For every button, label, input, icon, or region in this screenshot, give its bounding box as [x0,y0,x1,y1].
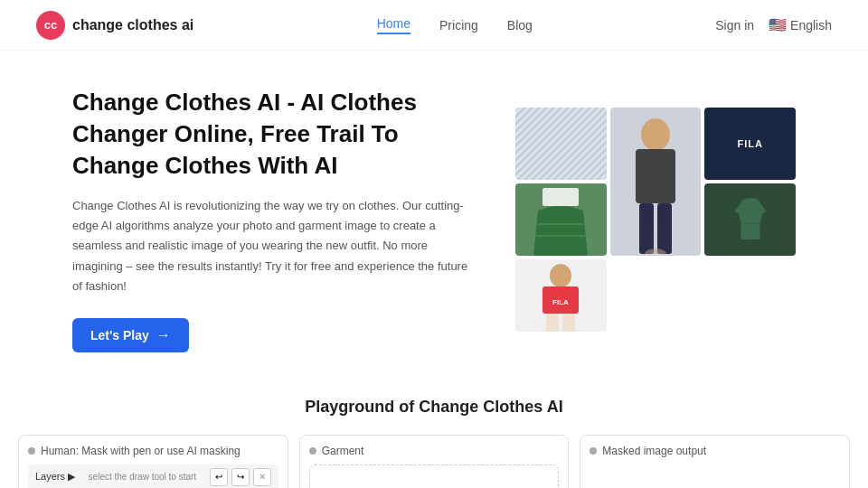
redo-button[interactable]: ↪ [231,468,250,486]
human-panel: Human: Mask with pen or use AI masking L… [18,435,288,488]
nav-right: Sign in 🇺🇸 English [715,16,832,33]
svg-rect-13 [562,314,575,332]
hero-images: FILA FILA [515,108,796,332]
hero-section: Change Clothes AI - AI Clothes Changer O… [0,51,868,380]
hero-text: Change Clothes AI - AI Clothes Changer O… [72,87,479,352]
svg-rect-5 [542,188,579,206]
playground-title: Playground of Change Clothes AI [18,398,850,417]
masked-image-area: ⬜ [590,465,840,488]
logo-icon: cc [36,11,65,40]
svg-rect-1 [636,149,675,203]
arrow-icon: → [156,327,171,343]
masked-panel-header: Masked image output [590,445,840,457]
navbar: cc change clothes ai Home Pricing Blog S… [0,0,868,51]
svg-rect-2 [639,203,654,254]
svg-point-9 [550,264,571,287]
logo[interactable]: cc change clothes ai [36,11,193,40]
header-dot [28,447,35,455]
garment-dot [309,447,316,455]
toolbar-actions: ↩ ↪ ✕ [210,468,271,486]
svg-text:FILA: FILA [552,298,569,306]
hero-image-woman-fila: FILA [515,259,607,332]
language-label: English [790,18,832,33]
layers-label: Layers ▶ [35,471,75,483]
playground-section: Playground of Change Clothes AI Human: M… [0,380,868,488]
hero-image-green-skirt [515,183,607,256]
clear-button[interactable]: ✕ [253,468,271,486]
svg-rect-8 [741,223,760,239]
brand-name: change clothes ai [72,17,193,33]
masked-header-label: Masked image output [602,445,706,457]
nav-pricing[interactable]: Pricing [439,18,478,33]
hero-image-green-sweater [704,183,796,256]
hero-image-shirt [515,108,607,180]
flag-icon: 🇺🇸 [769,16,787,33]
nav-links: Home Pricing Blog [377,16,533,34]
sign-in-link[interactable]: Sign in [715,18,754,33]
garment-panel: Garment ↑ Drop Image Here - or - Click t… [299,435,570,488]
hero-title: Change Clothes AI - AI Clothes Changer O… [72,87,479,182]
svg-rect-12 [546,314,559,332]
undo-button[interactable]: ↩ [210,468,228,486]
human-panel-header: Human: Mask with pen or use AI masking [28,445,278,457]
playground-grid: Human: Mask with pen or use AI masking L… [18,435,850,488]
garment-header-label: Garment [322,445,364,457]
layers-button[interactable]: Layers ▶ [35,471,75,483]
hero-image-fila-dark: FILA [704,108,796,180]
cta-label: Let's Play [90,328,149,343]
garment-panel-header: Garment [309,445,560,457]
svg-point-0 [641,118,670,151]
hero-description: Change Clothes AI is revolutionizing the… [72,196,479,296]
nav-home[interactable]: Home [377,16,410,34]
masked-dot [590,447,597,455]
svg-rect-3 [657,203,672,254]
toolbar-hint: select the draw tool to start [89,472,197,482]
garment-upload-area[interactable]: ↑ Drop Image Here - or - Click to Upload [309,465,560,488]
masked-panel: Masked image output ⬜ [580,435,850,488]
nav-blog[interactable]: Blog [507,18,533,33]
human-toolbar: Layers ▶ select the draw tool to start ↩… [28,465,278,488]
language-selector[interactable]: 🇺🇸 English [769,16,832,33]
human-header-label: Human: Mask with pen or use AI masking [41,445,241,457]
fila-label: FILA [737,138,762,149]
hero-image-woman-main [610,108,702,256]
cta-button[interactable]: Let's Play → [72,318,189,352]
